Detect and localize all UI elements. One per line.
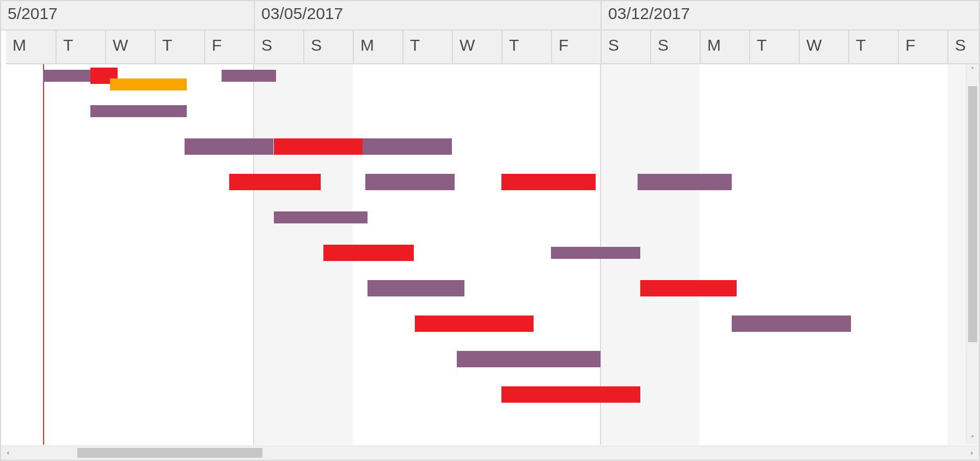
day-header: T [501, 31, 551, 64]
task-bar[interactable] [363, 138, 452, 155]
horizontal-scrollbar-thumb[interactable] [77, 448, 262, 458]
vertical-scrollbar-thumb[interactable] [968, 86, 977, 342]
day-header: T [749, 31, 799, 64]
task-bar[interactable] [110, 78, 187, 90]
task-bar[interactable] [229, 174, 321, 190]
week-header-label: 03/05/2017 [261, 4, 343, 23]
day-header: M [700, 31, 749, 64]
day-header: W [105, 31, 155, 64]
week-divider [253, 64, 254, 445]
week-header: 5/2017 [1, 1, 254, 31]
task-bar[interactable] [274, 211, 368, 223]
today-line [43, 64, 44, 445]
day-header: T [848, 31, 898, 64]
gantt-body[interactable] [1, 64, 979, 445]
day-header: S [947, 31, 980, 64]
gantt-chart[interactable]: 5/201703/05/201703/12/2017 MTWTFSSMTWTFS… [0, 0, 980, 461]
task-bar[interactable] [732, 316, 850, 332]
horizontal-scrollbar[interactable]: ‹ › [1, 445, 979, 460]
task-bar[interactable] [43, 70, 90, 82]
task-bar[interactable] [90, 105, 187, 117]
day-header: T [402, 31, 452, 64]
task-bar[interactable] [551, 247, 640, 259]
week-header-label: 5/2017 [8, 4, 58, 23]
task-bar[interactable] [501, 386, 640, 403]
weekend-shade [254, 64, 303, 445]
day-header: F [204, 31, 254, 64]
day-header: S [650, 31, 700, 64]
day-header: F [551, 31, 601, 64]
task-bar[interactable] [415, 316, 534, 332]
task-bar[interactable] [367, 280, 464, 296]
task-bar[interactable] [274, 138, 363, 155]
vertical-scrollbar[interactable]: ˄ ˅ [966, 64, 979, 445]
day-header: M [353, 31, 402, 64]
day-header: S [303, 31, 353, 64]
week-header: 03/05/2017 [254, 1, 601, 31]
task-bar[interactable] [501, 174, 596, 190]
task-bar[interactable] [457, 351, 601, 367]
scroll-right-icon[interactable]: › [965, 446, 979, 460]
task-bar[interactable] [185, 138, 274, 155]
day-header: W [452, 31, 501, 64]
scroll-down-icon[interactable]: ˅ [966, 433, 979, 445]
week-header-label: 03/12/2017 [608, 4, 690, 23]
scroll-left-icon[interactable]: ‹ [1, 446, 15, 460]
task-bar[interactable] [365, 174, 455, 190]
scroll-up-icon[interactable]: ˄ [966, 64, 979, 76]
day-header: F [898, 31, 947, 64]
day-header: M [6, 31, 56, 64]
day-header: T [155, 31, 204, 64]
task-bar[interactable] [323, 245, 414, 261]
task-bar[interactable] [640, 280, 737, 296]
day-header: S [254, 31, 303, 64]
week-header: 03/12/2017 [601, 1, 979, 31]
weekend-shade [650, 64, 700, 445]
day-header: S [601, 31, 650, 64]
day-header: W [799, 31, 848, 64]
task-bar[interactable] [638, 174, 732, 190]
day-header: T [56, 31, 105, 64]
task-bar[interactable] [222, 70, 276, 82]
